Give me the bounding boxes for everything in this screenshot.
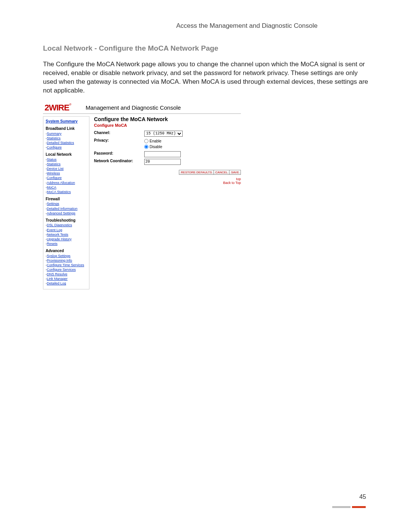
logo-mark: ® (69, 103, 71, 106)
privacy-disable-radio[interactable]: Disable (144, 144, 162, 150)
sidebar-link-detailed-statistics[interactable]: Detailed Statistics (46, 141, 87, 145)
logo-text: 2WIRE (45, 103, 69, 112)
sidebar-link-device-list[interactable]: Device List (46, 166, 87, 171)
sidebar-section-title: Troubleshooting (46, 218, 87, 223)
sidebar-link-configure-services[interactable]: Configure Services (46, 267, 87, 272)
top-link[interactable]: top (236, 177, 241, 181)
sidebar-link-settings[interactable]: Settings (46, 201, 87, 206)
sidebar-link-configure[interactable]: Configure (46, 176, 87, 180)
footer-links: top Back to Top (94, 177, 241, 185)
back-to-top-link[interactable]: Back to Top (94, 181, 241, 185)
sidebar-link-configure[interactable]: Configure (46, 145, 87, 150)
coordinator-input[interactable] (144, 159, 181, 165)
sidebar-section-title: Advanced (46, 248, 87, 254)
sidebar-link-detailed-information[interactable]: Detailed Information (46, 206, 87, 211)
sidebar-section-title: Broadband Link (46, 126, 87, 131)
console-title: Management and Diagnostic Console (86, 104, 181, 111)
save-button[interactable]: SAVE (229, 170, 241, 175)
logo-2wire: 2WIRE® (43, 103, 86, 113)
breadcrumb: Access the Management and Diagnostic Con… (176, 22, 369, 30)
sidebar-link-statistics[interactable]: Statistics (46, 136, 87, 141)
sidebar-link-provisioning-info[interactable]: Provisioning Info (46, 258, 87, 263)
restore-defaults-button[interactable]: RESTORE DEFAULTS (179, 170, 214, 175)
label-channel: Channel: (94, 131, 144, 135)
sidebar-link-link-manager[interactable]: Link Manager (46, 276, 87, 281)
main-panel: Configure the MoCA Network Configure MoC… (89, 116, 241, 185)
sidebar-link-system-summary[interactable]: System Summary (46, 119, 87, 124)
intro-paragraph: The Configure the MoCA Network page allo… (43, 60, 369, 95)
sidebar-section-title: Local Network (46, 152, 87, 157)
sidebar-link-dns-resolve[interactable]: DNS Resolve (46, 272, 87, 276)
label-coordinator: Network Coordinator: (94, 159, 144, 163)
password-input[interactable] (144, 151, 181, 157)
sidebar-link-dsl-diagnostics[interactable]: DSL Diagnostics (46, 223, 87, 227)
sidebar-link-moca[interactable]: MoCA (46, 185, 87, 190)
sidebar-link-moca-statistics[interactable]: MoCA Statistics (46, 190, 87, 194)
sidebar-link-resets[interactable]: Resets (46, 241, 87, 246)
main-panel-title: Configure the MoCA Network (94, 116, 241, 122)
sidebar-link-network-tests[interactable]: Network Tests (46, 232, 87, 237)
page-title: Local Network - Configure the MoCA Netwo… (43, 44, 369, 53)
label-password: Password: (94, 151, 144, 155)
sidebar-link-address-allocation[interactable]: Address Allocation (46, 181, 87, 185)
sidebar: System Summary Broadband LinkSummaryStat… (43, 116, 89, 289)
page-number: 45 (359, 494, 366, 500)
sidebar-link-status[interactable]: Status (46, 157, 87, 162)
cancel-button[interactable]: CANCEL (213, 170, 229, 175)
channel-select[interactable]: 15 (1250 MHz) (144, 131, 183, 137)
footer-decoration (43, 506, 369, 508)
sidebar-link-wireless[interactable]: Wireless (46, 171, 87, 176)
label-privacy: Privacy: (94, 138, 144, 142)
sidebar-link-syslog-settings[interactable]: Syslog Settings (46, 254, 87, 258)
sidebar-link-configure-time-services[interactable]: Configure Time Services (46, 263, 87, 267)
sidebar-link-summary[interactable]: Summary (46, 131, 87, 136)
sidebar-link-upgrade-history[interactable]: Upgrade History (46, 237, 87, 241)
sidebar-section-title: Firewall (46, 197, 87, 202)
sidebar-link-advanced-settings[interactable]: Advanced Settings (46, 211, 87, 216)
main-panel-subtitle: Configure MoCA (94, 123, 241, 128)
sidebar-link-event-log[interactable]: Event Log (46, 228, 87, 232)
sidebar-link-statistics[interactable]: Statistics (46, 162, 87, 166)
privacy-enable-radio[interactable]: Enable (144, 138, 162, 144)
mdc-console: 2WIRE® Management and Diagnostic Console… (43, 103, 241, 289)
sidebar-link-detailed-log[interactable]: Detailed Log (46, 281, 87, 286)
